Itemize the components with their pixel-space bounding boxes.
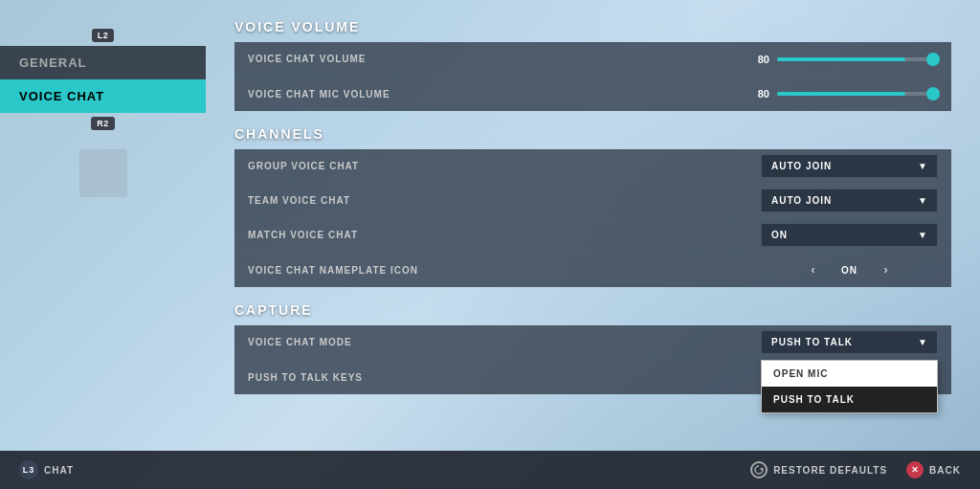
- voice-chat-mode-popup: OPEN MIC PUSH TO TALK: [761, 360, 938, 413]
- voice-chat-mic-volume-row: VOICE CHAT MIC VOLUME 80: [234, 77, 951, 111]
- voice-chat-volume-track[interactable]: [777, 57, 938, 61]
- voice-chat-mic-volume-thumb[interactable]: [926, 87, 940, 100]
- match-voice-chat-value: ON: [771, 230, 910, 240]
- voice-chat-mic-volume-slider-container[interactable]: 80: [746, 88, 938, 100]
- voice-chat-mode-label: VOICE CHAT MODE: [248, 337, 761, 347]
- sidebar-item-voice-chat[interactable]: VOICE CHAT: [0, 79, 206, 113]
- group-voice-chat-row: GROUP VOICE CHAT AUTO JOIN ▼: [234, 149, 951, 184]
- r2-badge-container: R2: [0, 117, 206, 130]
- voice-chat-mic-volume-label: VOICE CHAT MIC VOLUME: [248, 89, 746, 100]
- nameplate-right-arrow[interactable]: ›: [884, 263, 888, 277]
- voice-chat-nameplate-row: VOICE CHAT NAMEPLATE ICON ‹ ON ›: [234, 253, 951, 287]
- group-voice-chat-value: AUTO JOIN: [771, 161, 910, 171]
- voice-chat-volume-slider-container[interactable]: 80: [746, 54, 938, 65]
- nameplate-value: ON: [821, 265, 879, 276]
- l2-badge: L2: [92, 29, 115, 42]
- team-voice-chat-value: AUTO JOIN: [771, 195, 910, 206]
- gray-square-container: [0, 149, 206, 197]
- voice-chat-mode-row: VOICE CHAT MODE PUSH TO TALK ▼ OPEN MIC …: [234, 325, 951, 360]
- voice-chat-volume-label: VOICE CHAT VOLUME: [248, 54, 746, 64]
- voice-chat-volume-thumb[interactable]: [926, 53, 940, 66]
- voice-chat-volume-fill: [777, 57, 905, 61]
- team-voice-chat-arrow: ▼: [918, 195, 927, 206]
- l2-badge-container: L2: [0, 29, 206, 42]
- gray-square: [79, 149, 127, 197]
- team-voice-chat-dropdown[interactable]: AUTO JOIN ▼: [761, 189, 938, 212]
- voice-volume-title: VOICE VOLUME: [234, 19, 951, 34]
- sidebar: L2 GENERAL VOICE CHAT R2: [0, 0, 206, 489]
- voice-chat-mode-arrow: ▼: [918, 337, 927, 347]
- voice-chat-mic-volume-fill: [777, 92, 905, 96]
- group-voice-chat-arrow: ▼: [918, 161, 927, 171]
- main-content: VOICE VOLUME VOICE CHAT VOLUME 80 VOICE …: [206, 0, 980, 489]
- group-voice-chat-dropdown[interactable]: AUTO JOIN ▼: [761, 154, 938, 178]
- group-voice-chat-label: GROUP VOICE CHAT: [248, 161, 761, 171]
- channels-section: GROUP VOICE CHAT AUTO JOIN ▼ TEAM VOICE …: [234, 149, 951, 287]
- voice-chat-mode-value: PUSH TO TALK: [771, 337, 910, 347]
- voice-chat-nameplate-label: VOICE CHAT NAMEPLATE ICON: [248, 265, 761, 276]
- voice-chat-mic-volume-track[interactable]: [777, 92, 938, 96]
- voice-chat-mode-dropdown[interactable]: PUSH TO TALK ▼: [761, 330, 938, 354]
- voice-chat-nameplate-value-container: ‹ ON ›: [761, 263, 938, 277]
- voice-chat-volume-value: 80: [746, 54, 769, 65]
- voice-chat-volume-row: VOICE CHAT VOLUME 80: [234, 42, 951, 77]
- voice-volume-section: VOICE CHAT VOLUME 80 VOICE CHAT MIC VOLU…: [234, 42, 951, 111]
- channels-title: CHANNELS: [234, 126, 951, 142]
- match-voice-chat-row: MATCH VOICE CHAT ON ▼: [234, 218, 951, 253]
- push-to-talk-keys-label: PUSH TO TALK KEYS: [248, 372, 761, 383]
- capture-title: CAPTURE: [234, 302, 951, 318]
- team-voice-chat-label: TEAM VOICE CHAT: [248, 195, 761, 206]
- match-voice-chat-dropdown[interactable]: ON ▼: [761, 223, 938, 247]
- option-open-mic[interactable]: OPEN MIC: [762, 361, 937, 387]
- match-voice-chat-arrow: ▼: [918, 230, 927, 240]
- option-push-to-talk[interactable]: PUSH TO TALK: [762, 387, 937, 412]
- r2-badge: R2: [91, 117, 115, 130]
- match-voice-chat-label: MATCH VOICE CHAT: [248, 230, 761, 240]
- nameplate-left-arrow[interactable]: ‹: [812, 263, 815, 277]
- capture-section: VOICE CHAT MODE PUSH TO TALK ▼ OPEN MIC …: [234, 325, 951, 394]
- voice-chat-mic-volume-value: 80: [746, 88, 769, 100]
- team-voice-chat-row: TEAM VOICE CHAT AUTO JOIN ▼: [234, 184, 951, 218]
- sidebar-item-general[interactable]: GENERAL: [0, 46, 206, 79]
